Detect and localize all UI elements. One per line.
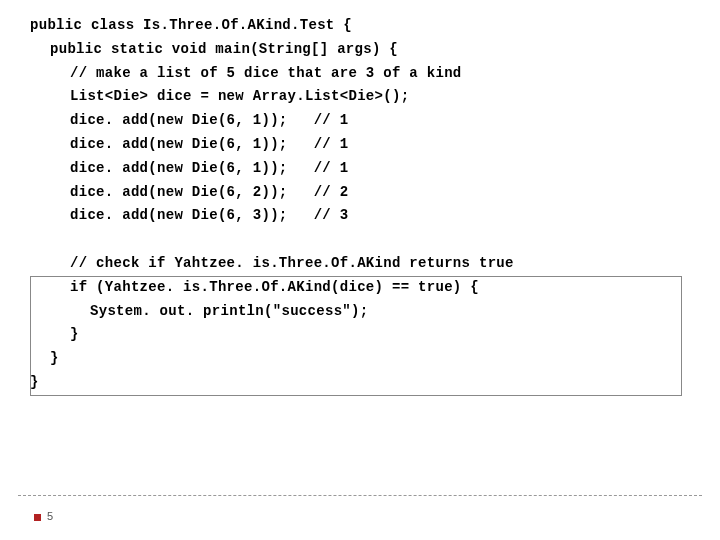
- code-line: }: [30, 323, 720, 347]
- blank-line: [30, 228, 720, 252]
- code-line: public class Is.Three.Of.AKind.Test {: [30, 14, 720, 38]
- code-line: if (Yahtzee. is.Three.Of.AKind(dice) == …: [30, 276, 720, 300]
- code-line: // check if Yahtzee. is.Three.Of.AKind r…: [30, 252, 720, 276]
- square-marker-icon: [34, 514, 41, 521]
- code-line: }: [30, 371, 720, 395]
- code-line: dice. add(new Die(6, 2)); // 2: [30, 181, 720, 205]
- code-line: dice. add(new Die(6, 1)); // 1: [30, 109, 720, 133]
- code-block: public class Is.Three.Of.AKind.Test { pu…: [0, 0, 720, 395]
- code-line: dice. add(new Die(6, 1)); // 1: [30, 157, 720, 181]
- code-line: System. out. println("success");: [30, 300, 720, 324]
- slide-number: 5: [34, 510, 53, 522]
- code-line: }: [30, 347, 720, 371]
- slide-number-text: 5: [47, 510, 53, 522]
- code-line: public static void main(String[] args) {: [30, 38, 720, 62]
- divider-line: [18, 495, 702, 496]
- code-line: dice. add(new Die(6, 3)); // 3: [30, 204, 720, 228]
- code-line: dice. add(new Die(6, 1)); // 1: [30, 133, 720, 157]
- code-line: // make a list of 5 dice that are 3 of a…: [30, 62, 720, 86]
- code-line: List<Die> dice = new Array.List<Die>();: [30, 85, 720, 109]
